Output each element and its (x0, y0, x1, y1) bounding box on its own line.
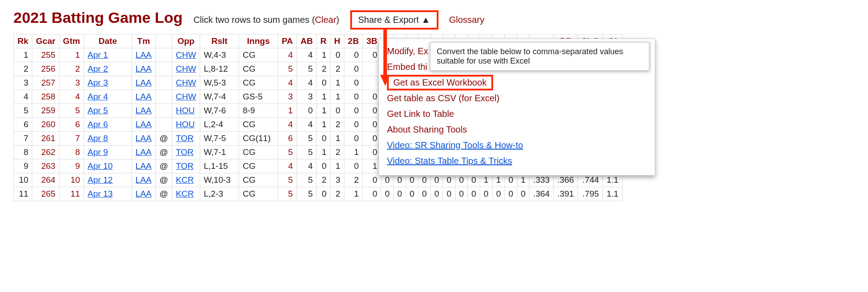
cell: 0 (331, 104, 344, 118)
cell: 5 (296, 132, 316, 146)
col-rk[interactable]: Rk (14, 34, 32, 48)
col-gtm[interactable]: Gtm (59, 34, 84, 48)
cell: 265 (32, 187, 59, 201)
cell[interactable]: LAA (132, 48, 155, 62)
cell: 0 (344, 76, 362, 90)
cell: 10 (14, 173, 32, 187)
cell: 2 (59, 62, 84, 76)
csv-tooltip: Convert the table below to comma-separat… (430, 42, 649, 71)
cell: 2 (331, 62, 344, 76)
cell[interactable]: HOU (172, 118, 200, 132)
cell: 0 (317, 159, 331, 173)
menu-about[interactable]: About Sharing Tools (387, 122, 647, 137)
cell[interactable]: LAA (132, 159, 155, 173)
cell[interactable]: Apr 12 (84, 173, 132, 187)
cell[interactable]: KCR (172, 173, 200, 187)
cell[interactable]: LAA (132, 104, 155, 118)
cell[interactable]: Apr 5 (84, 104, 132, 118)
cell: 1 (317, 104, 331, 118)
cell: 0 (468, 187, 480, 201)
cell[interactable]: LAA (132, 173, 155, 187)
cell[interactable]: LAA (132, 146, 155, 159)
cell: 2 (317, 62, 331, 76)
col-at (155, 34, 172, 48)
clear-link[interactable]: Clear (315, 15, 336, 25)
cell: 0 (480, 187, 493, 201)
cell[interactable]: CHW (172, 48, 200, 62)
cell[interactable]: CHW (172, 76, 200, 90)
cell: 6 (14, 118, 32, 132)
cell: CG (239, 76, 278, 90)
col-2b[interactable]: 2B (344, 34, 362, 48)
cell[interactable]: LAA (132, 62, 155, 76)
sum-hint-suffix: ) (336, 15, 339, 25)
cell[interactable]: LAA (132, 187, 155, 201)
cell: 10 (59, 173, 84, 187)
col-opp[interactable]: Opp (172, 34, 200, 48)
cell[interactable]: Apr 8 (84, 132, 132, 146)
cell: 0 (344, 104, 362, 118)
cell[interactable]: Apr 13 (84, 187, 132, 201)
menu-get-csv[interactable]: Get table as CSV (for Excel) (387, 90, 647, 106)
menu-video-tips[interactable]: Video: Stats Table Tips & Tricks (387, 153, 647, 169)
cell: 0 (296, 104, 316, 118)
cell: 260 (32, 118, 59, 132)
cell: 1.1 (603, 187, 622, 201)
cell: 4 (278, 118, 296, 132)
share-export-button[interactable]: Share & Export ▲ (350, 10, 438, 30)
cell[interactable]: Apr 1 (84, 48, 132, 62)
menu-video-howto[interactable]: Video: SR Sharing Tools & How-to (387, 137, 647, 153)
cell: 1 (344, 187, 362, 201)
cell[interactable]: LAA (132, 132, 155, 146)
menu-get-excel[interactable]: Get as Excel Workbook (387, 75, 493, 90)
cell[interactable]: Apr 4 (84, 90, 132, 104)
cell: 2 (331, 146, 344, 159)
col-rslt[interactable]: Rslt (200, 34, 239, 48)
cell[interactable]: Apr 3 (84, 76, 132, 90)
cell[interactable]: Apr 2 (84, 62, 132, 76)
cell[interactable]: Apr 9 (84, 146, 132, 159)
cell[interactable]: TOR (172, 146, 200, 159)
cell: @ (155, 146, 172, 159)
cell[interactable]: TOR (172, 132, 200, 146)
cell[interactable]: CHW (172, 62, 200, 76)
cell[interactable]: CHW (172, 90, 200, 104)
cell[interactable]: LAA (132, 90, 155, 104)
cell: 0 (344, 48, 362, 62)
cell[interactable]: KCR (172, 187, 200, 201)
cell: L,2-4 (200, 118, 239, 132)
cell: 1 (317, 90, 331, 104)
cell (155, 62, 172, 76)
cell: 256 (32, 62, 59, 76)
col-ab[interactable]: AB (296, 34, 316, 48)
cell: 8 (14, 146, 32, 159)
col-h[interactable]: H (331, 34, 344, 48)
cell[interactable]: TOR (172, 159, 200, 173)
glossary-link[interactable]: Glossary (449, 15, 485, 25)
cell[interactable]: HOU (172, 104, 200, 118)
cell: 1 (278, 104, 296, 118)
cell[interactable]: Apr 6 (84, 118, 132, 132)
cell: 4 (296, 48, 316, 62)
cell[interactable]: LAA (132, 118, 155, 132)
cell: 4 (59, 90, 84, 104)
cell: 259 (32, 104, 59, 118)
cell: 0 (505, 187, 517, 201)
table-row[interactable]: 1126511Apr 13LAA@KCRL,2-3CG5502100000000… (14, 187, 623, 201)
col-tm[interactable]: Tm (132, 34, 155, 48)
cell[interactable]: Apr 10 (84, 159, 132, 173)
cell: 0 (517, 187, 529, 201)
col-pa[interactable]: PA (278, 34, 296, 48)
col-r[interactable]: R (317, 34, 331, 48)
cell: 5 (278, 146, 296, 159)
cell (155, 118, 172, 132)
cell: 11 (59, 187, 84, 201)
cell: 262 (32, 146, 59, 159)
menu-get-link[interactable]: Get Link to Table (387, 106, 647, 122)
cell[interactable]: LAA (132, 76, 155, 90)
col-inngs[interactable]: Inngs (239, 34, 278, 48)
col-date[interactable]: Date (84, 34, 132, 48)
cell: 258 (32, 90, 59, 104)
col-gcar[interactable]: Gcar (32, 34, 59, 48)
cell: 1 (317, 146, 331, 159)
